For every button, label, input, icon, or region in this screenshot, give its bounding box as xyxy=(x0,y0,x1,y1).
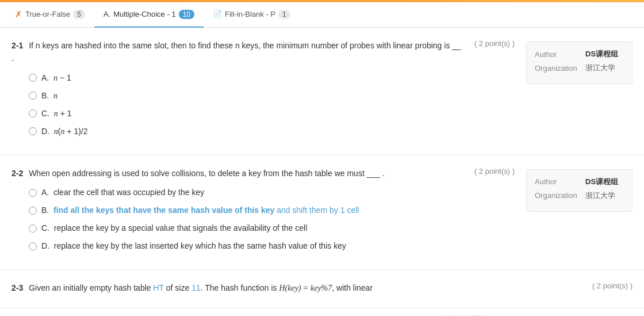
question-2-2-num: 2-2 xyxy=(12,169,23,178)
meta-2-2-org-value: 浙江大学 xyxy=(585,191,615,201)
question-2-2-text: 2-2 When open addressing is used to solv… xyxy=(12,167,463,180)
tab-multiple-choice-label: Multiple-Choice - 1 xyxy=(113,10,175,18)
question-2-3-num: 2-3 xyxy=(12,283,23,292)
question-2-2-options: A. clear the cell that was occupied by t… xyxy=(29,186,515,252)
option-2-2-b-text: B. find all the keys that have the same … xyxy=(41,204,359,216)
meta-2-2-author-label: Author xyxy=(535,177,581,186)
question-2-1-text: 2-1 If n keys are hashed into the same s… xyxy=(12,39,463,65)
question-2-3-points: ( 2 point(s) ) xyxy=(592,281,632,290)
question-2-1: 2-1 If n keys are hashed into the same s… xyxy=(0,28,644,155)
tab-fill-in-blank-icon: 📄 xyxy=(213,10,222,18)
option-2-1-c[interactable]: C. n + 1 xyxy=(29,108,515,120)
tab-multiple-choice-icon: A. xyxy=(103,10,110,18)
question-2-2-meta: Author DS课程组 Organization 浙江大学 xyxy=(526,169,632,212)
meta-2-1-org-row: Organization 浙江大学 xyxy=(535,63,624,73)
question-2-3-text: 2-3 Given an initially empty hash table … xyxy=(12,281,581,295)
option-2-1-d[interactable]: D. n(n + 1)/2 xyxy=(29,125,515,138)
tab-fill-in-blank-label: Fill-in-Blank - P xyxy=(225,10,275,18)
meta-2-2-org-row: Organization 浙江大学 xyxy=(535,191,624,201)
option-2-2-c-text: C. replace the key by a special value th… xyxy=(41,222,307,234)
tab-true-false-label: True-or-False xyxy=(25,10,70,18)
tab-true-false[interactable]: ✗ True-or-False 5 xyxy=(6,2,94,28)
option-2-1-a[interactable]: A. n − 1 xyxy=(29,72,515,84)
option-2-2-d-text: D. replace the key by the last inserted … xyxy=(41,240,346,252)
option-2-2-a[interactable]: A. clear the cell that was occupied by t… xyxy=(29,186,515,199)
meta-2-1-author-label: Author xyxy=(535,50,581,59)
question-2-1-num: 2-1 xyxy=(12,41,23,50)
radio-2-1-b[interactable] xyxy=(29,92,37,100)
option-2-2-b[interactable]: B. find all the keys that have the same … xyxy=(29,204,515,216)
question-2-1-header: 2-1 If n keys are hashed into the same s… xyxy=(12,39,515,65)
meta-2-1-author-value: DS课程组 xyxy=(585,49,618,59)
question-2-3: 2-3 Given an initially empty hash table … xyxy=(0,270,644,307)
radio-2-2-d[interactable] xyxy=(29,242,37,250)
windows-watermark: Activate Windows Go to Settings to xyxy=(446,314,500,316)
radio-2-2-a[interactable] xyxy=(29,189,37,197)
tab-fill-in-blank[interactable]: 📄 Fill-in-Blank - P 1 xyxy=(204,2,300,28)
meta-2-1-org-label: Organization xyxy=(535,64,581,73)
question-2-1-points: ( 2 point(s) ) xyxy=(474,39,515,48)
tab-multiple-choice[interactable]: A. Multiple-Choice - 1 10 xyxy=(94,2,204,28)
option-2-2-a-text: A. clear the cell that was occupied by t… xyxy=(41,186,204,199)
question-2-2-header: 2-2 When open addressing is used to solv… xyxy=(12,167,515,180)
question-2-1-body: 2-1 If n keys are hashed into the same s… xyxy=(12,39,515,143)
option-2-2-c[interactable]: C. replace the key by a special value th… xyxy=(29,222,515,234)
option-2-1-b[interactable]: B. n xyxy=(29,90,515,102)
bottom-bar: Activate Windows Go to Settings to Autho… xyxy=(0,308,644,316)
tab-true-false-icon: ✗ xyxy=(15,9,22,20)
tab-fill-in-blank-badge: 1 xyxy=(278,10,290,19)
radio-2-2-b[interactable] xyxy=(29,207,37,215)
tab-multiple-choice-badge: 10 xyxy=(179,10,194,19)
option-2-1-c-text: C. n + 1 xyxy=(41,108,72,120)
option-2-2-d[interactable]: D. replace the key by the last inserted … xyxy=(29,240,515,252)
question-2-1-meta: Author DS课程组 Organization 浙江大学 xyxy=(526,41,632,84)
meta-2-2-author-value: DS课程组 xyxy=(585,177,618,187)
meta-2-1-org-value: 浙江大学 xyxy=(585,63,615,73)
meta-2-1-author-row: Author DS课程组 xyxy=(535,49,624,59)
question-2-1-options: A. n − 1 B. n C. n + 1 D. n(n + 1)/2 xyxy=(29,72,515,138)
option-2-1-d-text: D. n(n + 1)/2 xyxy=(41,125,88,138)
meta-2-2-org-label: Organization xyxy=(535,191,581,200)
question-2-2-body: 2-2 When open addressing is used to solv… xyxy=(12,167,515,258)
question-2-3-body: 2-3 Given an initially empty hash table … xyxy=(12,281,632,302)
tab-true-false-badge: 5 xyxy=(73,10,85,19)
question-2-3-header: 2-3 Given an initially empty hash table … xyxy=(12,281,632,295)
meta-2-2-author-row: Author DS课程组 xyxy=(535,177,624,187)
tab-bar: ✗ True-or-False 5 A. Multiple-Choice - 1… xyxy=(0,2,644,28)
radio-2-1-a[interactable] xyxy=(29,74,37,82)
option-2-1-a-text: A. n − 1 xyxy=(41,72,71,84)
option-2-1-b-text: B. n xyxy=(41,90,57,102)
radio-2-1-d[interactable] xyxy=(29,127,37,135)
question-2-2-points: ( 2 point(s) ) xyxy=(474,167,515,176)
question-2-2: 2-2 When open addressing is used to solv… xyxy=(0,155,644,270)
radio-2-2-c[interactable] xyxy=(29,224,37,233)
radio-2-1-c[interactable] xyxy=(29,109,37,117)
